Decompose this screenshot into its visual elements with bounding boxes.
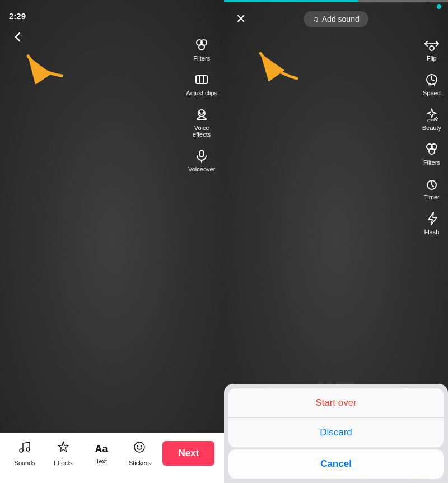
text-icon: Aa [95,442,108,456]
svg-point-13 [26,448,30,451]
adjust-clips-icon [193,71,211,89]
tool-voiceover-label: Voiceover [188,166,215,173]
tool-timer-label: Timer [424,194,440,201]
tool-filters-label: Filters [193,55,210,62]
tool-adjust-clips[interactable]: Adjust clips [184,68,220,99]
svg-point-8 [199,112,200,113]
filters-right-icon [423,140,441,158]
tool-timer[interactable]: 3 Timer [421,173,443,203]
voiceover-icon [193,147,211,165]
action-sheet-content: Start over Discard Cancel [224,384,448,483]
flash-icon [423,210,441,227]
back-button[interactable] [8,27,28,47]
tool-flash[interactable]: Flash [421,207,443,238]
music-note-icon: ♫ [312,15,319,24]
text-label: Text [96,458,107,465]
tool-adjust-clips-label: Adjust clips [186,90,217,96]
tool-speed-label: Speed [423,90,441,96]
voice-effects-icon [193,105,211,123]
cancel-button[interactable]: Cancel [228,449,444,479]
right-panel: ✕ ♫ Add sound [224,0,448,483]
effects-icon [57,440,70,457]
svg-text:OFF: OFF [427,119,435,122]
svg-point-9 [203,112,204,113]
tool-flash-label: Flash [424,229,439,235]
action-sheet-group: Start over Discard [228,388,444,447]
effects-label: Effects [54,459,72,466]
left-panel: 2:29 Filters [0,0,224,483]
svg-point-14 [134,442,144,452]
tool-voiceover[interactable]: Voiceover [186,145,217,175]
right-tools-panel: Flip OFF Speed OFF Beauty [420,34,444,238]
tool-speed[interactable]: OFF Speed [421,68,443,99]
close-button[interactable]: ✕ [231,9,251,29]
svg-text:OFF: OFF [428,83,436,87]
tool-filters-right-label: Filters [423,159,440,166]
svg-rect-10 [200,150,203,157]
tool-voice-effects-label: Voiceeffects [193,124,211,138]
speed-icon: OFF [423,71,441,89]
add-sound-label: Add sound [322,15,360,24]
timer-icon: 3 [423,175,441,193]
tool-beauty[interactable]: OFF Beauty [420,103,444,133]
next-button[interactable]: Next [162,441,214,466]
svg-point-12 [20,449,23,452]
tool-beauty-label: Beauty [422,124,441,131]
bottom-bar: Sounds Effects Aa Text Stic [0,433,224,483]
tool-filters-right[interactable]: Filters [421,138,443,168]
tool-flip[interactable]: Flip [421,34,443,64]
action-sheet-cancel: Cancel [228,449,444,479]
svg-point-16 [141,445,142,447]
filters-icon [193,36,211,54]
svg-rect-4 [196,76,207,83]
right-top-bar: ✕ ♫ Add sound [224,2,448,36]
svg-point-15 [137,445,138,447]
tool-voice-effects[interactable]: Voiceeffects [190,103,213,140]
action-sheet: Start over Discard Cancel [224,384,448,483]
status-time: 2:29 [9,11,26,21]
svg-point-19 [430,46,434,50]
tool-flip-label: Flip [427,55,437,62]
sounds-icon [18,440,31,457]
beauty-icon: OFF [423,105,441,123]
bottom-effects[interactable]: Effects [48,440,78,466]
sounds-label: Sounds [15,459,35,466]
stickers-label: Stickers [129,459,151,466]
discard-button[interactable]: Discard [228,418,444,447]
bottom-stickers[interactable]: Stickers [124,440,155,466]
stickers-icon [133,440,146,457]
flip-icon [423,36,441,54]
svg-point-3 [199,44,204,50]
status-bar: 2:29 [0,0,224,25]
tool-filters[interactable]: Filters [190,34,213,64]
svg-point-25 [429,148,435,154]
start-over-button[interactable]: Start over [228,388,444,418]
bottom-text[interactable]: Aa Text [86,442,117,465]
bottom-sounds[interactable]: Sounds [10,440,40,466]
left-tools-panel: Filters Adjust clips [184,34,220,175]
add-sound-button[interactable]: ♫ Add sound [304,11,368,27]
